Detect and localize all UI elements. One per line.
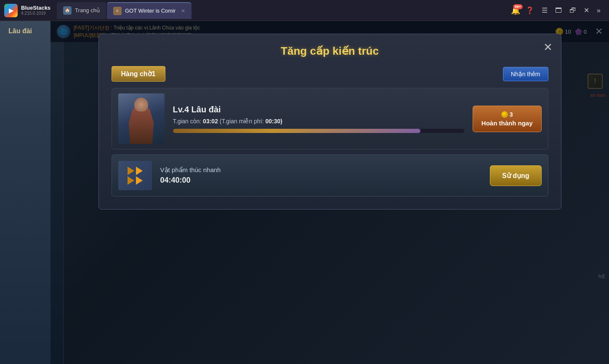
- modal-overlay: Tăng cấp kiến trúc ✕ Hàng chờ1 Nhận thêm…: [51, 21, 609, 364]
- home-tab-icon: 🏠: [63, 6, 72, 15]
- minimize-button[interactable]: 🗖: [553, 5, 564, 16]
- building-info: Lv.4 Lâu đài T.gian còn: 03:02 (T.gian m…: [173, 105, 464, 133]
- cost-value: 3: [510, 111, 513, 118]
- arrow-group-left: [128, 167, 134, 185]
- complete-now-button[interactable]: 3 Hoàn thành ngay: [473, 106, 542, 132]
- queue-tab-button[interactable]: Hàng chờ1: [112, 66, 165, 82]
- notification-button[interactable]: 🔔 99+: [511, 6, 520, 15]
- location-label: Lâu đài: [8, 27, 32, 35]
- tab-game[interactable]: ⚔ GOT Winter is Comir ✕: [107, 2, 191, 19]
- speedup-time: 04:40:00: [160, 176, 482, 185]
- bluestacks-logo-text: BlueStacks 4.215.0.1019: [21, 5, 51, 16]
- arrow-right-bottom: [136, 176, 143, 185]
- tab-bar: 🏠 Trang chủ ⚔ GOT Winter is Comir ✕: [55, 0, 511, 21]
- modal-close-button[interactable]: ✕: [543, 42, 553, 53]
- speedup-icon-wrap: [118, 161, 152, 190]
- building-name: Lv.4 Lâu đài: [173, 105, 464, 114]
- free-time-label: (T.gian miễn phí:: [220, 118, 264, 125]
- time-value: 03:02: [203, 118, 218, 125]
- modal-title: Tăng cấp kiến trúc: [112, 45, 548, 58]
- help-button[interactable]: ❓: [524, 5, 536, 16]
- maximize-button[interactable]: 🗗: [567, 5, 578, 16]
- building-time: T.gian còn: 03:02 (T.gian miễn phí: 00:3…: [173, 118, 464, 125]
- bluestacks-icon: ▶: [4, 4, 18, 17]
- complete-label: Hoàn thành ngay: [481, 120, 533, 127]
- arrow-group-right: [136, 167, 143, 185]
- arrow-left-top: [128, 167, 134, 175]
- progress-bar-fill: [173, 129, 420, 133]
- expand-button[interactable]: »: [595, 5, 603, 16]
- time-label: T.gian còn:: [173, 118, 202, 125]
- nhan-them-button[interactable]: Nhận thêm: [503, 67, 548, 81]
- tab-home-label: Trang chủ: [75, 7, 100, 13]
- game-tab-icon: ⚔: [113, 7, 122, 15]
- use-button[interactable]: Sử dụng: [490, 165, 541, 186]
- free-time-value: 00:30): [265, 118, 282, 125]
- queue-row: Hàng chờ1 Nhận thêm: [112, 66, 548, 82]
- notification-badge: 99+: [513, 4, 523, 9]
- upgrade-modal: Tăng cấp kiến trúc ✕ Hàng chờ1 Nhận thêm…: [98, 34, 561, 210]
- cost-coin-icon: [501, 111, 508, 118]
- progress-bar-wrap: [173, 129, 464, 133]
- arrow-right-top: [136, 167, 143, 175]
- tab-game-close[interactable]: ✕: [181, 8, 185, 14]
- tab-home[interactable]: 🏠 Trang chủ: [57, 2, 106, 19]
- close-button[interactable]: ✕: [582, 5, 591, 16]
- complete-cost: 3: [501, 111, 513, 118]
- menu-button[interactable]: ☰: [540, 5, 550, 16]
- speedup-info: Vật phẩm thúc nhanh 04:40:00: [160, 166, 482, 185]
- bar-right: 🔔 99+ ❓ ☰ 🗖 🗗 ✕ »: [511, 5, 609, 16]
- speedup-item: Vật phẩm thúc nhanh 04:40:00 Sử dụng: [112, 154, 548, 197]
- bluestacks-topbar: ▶ BlueStacks 4.215.0.1019 🏠 Trang chủ ⚔ …: [0, 0, 609, 21]
- building-upgrade-item: Lv.4 Lâu đài T.gian còn: 03:02 (T.gian m…: [112, 88, 548, 149]
- bluestacks-logo: ▶ BlueStacks 4.215.0.1019: [0, 4, 55, 17]
- bluestacks-version: 4.215.0.1019: [21, 11, 51, 16]
- character-art: [118, 93, 165, 144]
- bluestacks-name: BlueStacks: [21, 5, 51, 11]
- speedup-label: Vật phẩm thúc nhanh: [160, 166, 482, 174]
- arrow-left-bottom: [128, 176, 134, 185]
- tab-game-label: GOT Winter is Comir: [125, 8, 176, 14]
- building-image: [118, 93, 165, 144]
- speedup-arrows-icon: [128, 167, 143, 185]
